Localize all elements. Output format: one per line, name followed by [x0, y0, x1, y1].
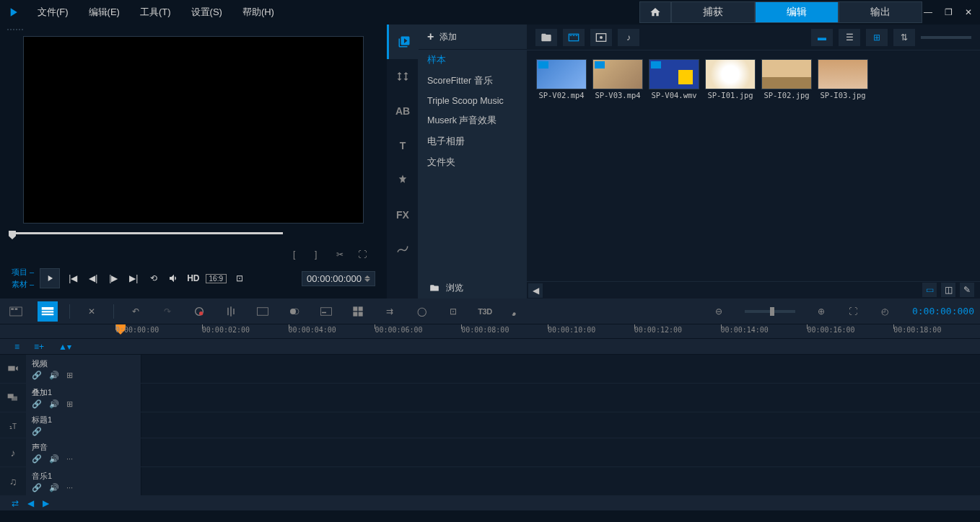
timeline-timecode[interactable]: 0:00:00:000 [912, 306, 974, 317]
track-ctrl[interactable]: 🔗 [32, 427, 42, 436]
track-manager-button[interactable]: ≡ [14, 342, 19, 352]
track-content[interactable] [141, 412, 980, 438]
media-item[interactable]: SP-I03.jpg [817, 59, 869, 99]
subtitle-button[interactable] [316, 301, 336, 322]
expand-icon[interactable]: ⛶ [358, 249, 369, 261]
fit-button[interactable]: ⛶ [843, 301, 863, 322]
redo-button[interactable]: ↷ [157, 301, 178, 322]
maximize-button[interactable]: ❐ [942, 6, 954, 18]
close-button[interactable]: ✕ [963, 6, 974, 18]
tab-home[interactable] [639, 1, 671, 23]
footer-next[interactable]: ▶ [43, 498, 49, 508]
mask-button[interactable] [284, 301, 305, 322]
mark-out-icon[interactable]: ] [315, 249, 326, 261]
track-ctrl[interactable]: ··· [66, 454, 73, 464]
sidebar-item-muserk[interactable]: Muserk 声音效果 [419, 110, 527, 131]
vtab-graphics[interactable] [387, 163, 419, 198]
media-item[interactable]: SP-V04.wmv [648, 59, 700, 99]
storyboard-view-button[interactable] [6, 301, 26, 322]
crop-button[interactable]: ⊡ [232, 271, 247, 286]
track-content[interactable] [141, 355, 980, 383]
filter-audio-button[interactable]: ♪ [618, 29, 639, 46]
menu-settings[interactable]: 设置(S) [183, 3, 231, 22]
record-button[interactable] [189, 301, 209, 322]
prev-frame-button[interactable]: ◀| [86, 271, 100, 286]
go-end-button[interactable]: ▶| [126, 271, 141, 286]
hd-label[interactable]: HD [187, 273, 199, 283]
sidebar-item-scorefitter[interactable]: ScoreFitter 音乐 [419, 71, 527, 92]
tab-edit[interactable]: 编辑 [755, 1, 839, 23]
sidebar-item-sample[interactable]: 样本 [419, 50, 527, 71]
panel-layout-1[interactable]: ▭ [922, 283, 937, 297]
minimize-button[interactable]: — [922, 6, 934, 18]
track-ctrl[interactable]: 🔗 [32, 371, 42, 380]
next-frame-button[interactable]: |▶ [106, 271, 121, 286]
timeline-ruler[interactable]: 0:00:00:0000:00:02:0000:00:04:0000:00:06… [0, 324, 980, 339]
vtab-transition[interactable] [387, 59, 419, 94]
track-ctrl[interactable]: 🔊 [49, 399, 59, 409]
tab-output[interactable]: 输出 [839, 1, 922, 23]
add-folder-button[interactable]: +添加 [419, 25, 527, 50]
track-type-icon[interactable] [7, 363, 19, 375]
footer-prev[interactable]: ◀ [27, 498, 34, 508]
panel-grip[interactable] [3, 27, 384, 33]
track-ctrl[interactable]: 🔊 [49, 483, 59, 492]
media-item[interactable]: SP-I02.jpg [761, 59, 813, 99]
media-item[interactable]: SP-V02.mp4 [535, 59, 587, 99]
view-grid-button[interactable]: ⊞ [866, 29, 888, 46]
track-ctrl[interactable]: 🔗 [32, 454, 42, 464]
vtab-media[interactable] [387, 25, 419, 59]
sidebar-item-folder[interactable]: 文件夹 [419, 152, 527, 173]
filter-video-button[interactable] [563, 29, 585, 46]
player-timecode[interactable]: 00:00:00:000 [302, 271, 375, 286]
sidebar-item-triple-scoop[interactable]: Triple Scoop Music [419, 92, 527, 110]
split-icon[interactable]: ✂ [336, 249, 348, 261]
tab-capture[interactable]: 捕获 [671, 1, 755, 23]
track-type-icon[interactable]: ♫ [9, 476, 17, 487]
view-thumb-button[interactable]: ▬ [811, 29, 833, 46]
add-track-button[interactable]: ≡+ [34, 342, 44, 352]
track-type-icon[interactable] [7, 392, 19, 404]
zoom-in-button[interactable]: ⊕ [811, 301, 831, 322]
go-start-button[interactable]: |◀ [66, 271, 80, 286]
volume-button[interactable] [167, 271, 181, 286]
auto-music-button[interactable] [253, 301, 273, 322]
panel-layout-2[interactable]: ◫ [941, 283, 955, 297]
track-content[interactable] [141, 467, 980, 495]
speed-button[interactable]: ⇉ [380, 301, 400, 322]
track-ctrl[interactable]: ··· [66, 483, 73, 492]
menu-edit[interactable]: 编辑(E) [80, 3, 128, 22]
menu-help[interactable]: 帮助(H) [234, 3, 283, 22]
zoom-out-button[interactable]: ⊖ [709, 301, 729, 322]
track-ctrl[interactable]: 🔊 [49, 454, 59, 464]
track-toggle-button[interactable]: ▲▾ [58, 342, 71, 352]
track-ctrl[interactable]: ⊞ [66, 371, 73, 380]
timeline-view-button[interactable] [38, 301, 58, 322]
play-button[interactable] [40, 268, 60, 288]
multicam-button[interactable] [348, 301, 368, 322]
undo-button[interactable]: ↶ [126, 301, 146, 322]
filter-photo-button[interactable] [590, 29, 612, 46]
timer-button[interactable]: ◴ [875, 301, 895, 322]
preview-viewport[interactable] [23, 36, 364, 224]
motion-button[interactable]: ◯ [411, 301, 432, 322]
track-ctrl[interactable]: 🔊 [49, 371, 59, 380]
thumb-size-slider[interactable] [921, 36, 971, 39]
track-content[interactable] [141, 384, 980, 412]
media-item[interactable]: SP-V03.mp4 [592, 59, 644, 99]
audio-mixer-button[interactable] [221, 301, 241, 322]
view-list-button[interactable]: ☰ [839, 29, 860, 46]
aspect-ratio[interactable]: 16:9 [206, 274, 227, 283]
menu-file[interactable]: 文件(F) [29, 3, 77, 22]
tracking-button[interactable]: ⊡ [443, 301, 463, 322]
track-ctrl[interactable]: 🔗 [32, 399, 42, 409]
vtab-path[interactable] [387, 232, 419, 267]
scrub-bar[interactable] [9, 232, 378, 247]
zoom-slider[interactable] [745, 310, 795, 313]
import-button[interactable] [535, 29, 557, 46]
track-ctrl[interactable]: 🔗 [32, 483, 42, 492]
scrub-marker[interactable] [9, 231, 16, 239]
footer-scroll-toggle[interactable]: ⇄ [12, 498, 19, 508]
mark-in-icon[interactable]: [ [293, 249, 305, 261]
track-ctrl[interactable]: ⊞ [66, 399, 73, 409]
